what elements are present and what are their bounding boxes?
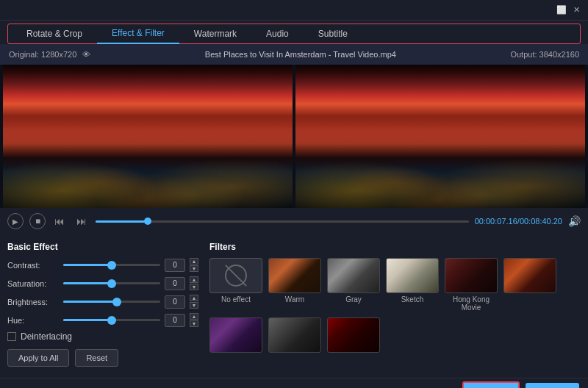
tab-audio[interactable]: Audio: [251, 24, 304, 43]
filter-sketch-thumbnail: [386, 258, 439, 293]
contrast-slider[interactable]: [63, 260, 160, 270]
brightness-slider[interactable]: [63, 297, 160, 307]
tab-subtitle[interactable]: Subtitle: [304, 24, 362, 43]
tab-effect-filter[interactable]: Effect & Filter: [97, 24, 179, 44]
filters-title: Filters: [209, 242, 581, 252]
contrast-row: Contrast: 0 ▲ ▼: [7, 258, 198, 272]
title-bar: ⬜ ✕: [0, 0, 588, 21]
hue-label: Hue:: [7, 316, 59, 325]
stop-button[interactable]: ⏹: [29, 213, 46, 229]
filter-no-effect-label: No effect: [221, 295, 251, 303]
info-bar: Original: 1280x720 👁 Best Places to Visi…: [0, 44, 588, 65]
saturation-spinner[interactable]: ▲ ▼: [190, 276, 198, 290]
effect-panel: Basic Effect Contrast: 0 ▲ ▼ Saturation:: [7, 242, 198, 370]
filter-row2d-thumbnail: [327, 317, 380, 353]
action-buttons: Apply to All Reset: [7, 349, 198, 367]
saturation-slider[interactable]: [63, 279, 160, 289]
deinterlacing-row: Deinterlacing: [7, 331, 198, 342]
reset-button[interactable]: Reset: [75, 349, 118, 367]
filter-gray-thumbnail: [327, 258, 380, 293]
saturation-label: Saturation:: [7, 279, 59, 288]
contrast-label: Contrast:: [7, 261, 59, 270]
original-resolution: Original: 1280x720: [9, 50, 76, 59]
prev-frame-button[interactable]: ⏮: [51, 214, 68, 229]
filter-hkm-thumbnail: [445, 258, 498, 293]
filters-panel: Filters No effect Warm Gray: [209, 242, 581, 370]
tab-rotate-crop[interactable]: Rotate & Crop: [12, 24, 97, 43]
filter-row2a-thumbnail: [503, 258, 556, 293]
main-content: Basic Effect Contrast: 0 ▲ ▼ Saturation:: [0, 234, 588, 378]
brightness-down[interactable]: ▼: [190, 302, 198, 309]
filters-grid: No effect Warm Gray Sketch Hong Kong Mov…: [209, 258, 581, 355]
filter-gray-label: Gray: [345, 295, 362, 303]
filter-row2b[interactable]: [209, 317, 262, 355]
no-effect-line-icon: [225, 265, 247, 287]
saturation-up[interactable]: ▲: [190, 276, 198, 283]
saturation-value[interactable]: 0: [165, 277, 185, 290]
preview-toggle-icon[interactable]: 👁: [82, 50, 90, 59]
tab-bar-outline: Rotate & Crop Effect & Filter Watermark …: [7, 24, 581, 44]
filter-row2b-thumbnail: [209, 317, 262, 353]
filter-warm-thumbnail: [268, 258, 321, 293]
basic-effect-title: Basic Effect: [7, 242, 198, 252]
hue-slider[interactable]: [63, 315, 160, 326]
output-resolution: Output: 3840x2160: [510, 50, 579, 59]
brightness-value[interactable]: 0: [165, 295, 185, 309]
deinterlacing-label: Deinterlacing: [21, 331, 72, 342]
ok-button[interactable]: OK: [462, 381, 520, 389]
volume-icon[interactable]: 🔊: [568, 215, 581, 227]
playback-bar: ▶ ⏹ ⏮ ⏭ 00:00:07.16/00:08:40.20 🔊: [0, 208, 588, 234]
tab-bar-container: Rotate & Crop Effect & Filter Watermark …: [0, 21, 588, 44]
apply-to-all-button[interactable]: Apply to All: [7, 349, 69, 367]
video-frame-preview: [295, 65, 585, 208]
filter-warm-label: Warm: [285, 295, 304, 303]
progress-thumb[interactable]: [144, 218, 151, 225]
minimize-button[interactable]: ⬜: [556, 4, 567, 16]
hue-value[interactable]: 0: [165, 314, 185, 327]
filter-row2d[interactable]: [327, 317, 380, 355]
bottom-bar: ▶ OK Cancel: [0, 378, 588, 388]
progress-fill: [96, 220, 148, 223]
video-frame-original: [3, 65, 293, 208]
video-preview-content: [295, 65, 585, 208]
filter-row2c[interactable]: [268, 317, 321, 355]
hue-spinner[interactable]: ▲ ▼: [190, 313, 198, 327]
saturation-row: Saturation: 0 ▲ ▼: [7, 276, 198, 290]
filter-no-effect[interactable]: No effect: [209, 258, 262, 312]
video-original-content: [3, 65, 293, 208]
contrast-value[interactable]: 0: [165, 259, 185, 272]
hue-up[interactable]: ▲: [190, 313, 198, 320]
no-effect-thumbnail: [209, 258, 262, 293]
filter-sketch[interactable]: Sketch: [386, 258, 439, 312]
saturation-down[interactable]: ▼: [190, 284, 198, 290]
filter-hkm-label: Hong Kong Movie: [445, 295, 498, 312]
brightness-spinner[interactable]: ▲ ▼: [190, 295, 198, 309]
filename-label: Best Places to Visit In Amsterdam - Trav…: [90, 50, 510, 59]
filter-hong-kong-movie[interactable]: Hong Kong Movie: [445, 258, 498, 312]
play-button[interactable]: ▶: [7, 213, 24, 229]
hue-down[interactable]: ▼: [190, 320, 198, 327]
filter-warm[interactable]: Warm: [268, 258, 321, 312]
filter-sketch-label: Sketch: [401, 295, 424, 303]
filter-gray[interactable]: Gray: [327, 258, 380, 312]
preview-area: [0, 65, 588, 208]
contrast-down[interactable]: ▼: [190, 265, 198, 272]
contrast-spinner[interactable]: ▲ ▼: [190, 258, 198, 272]
cancel-button[interactable]: Cancel: [526, 383, 579, 389]
next-frame-button[interactable]: ⏭: [74, 214, 90, 229]
hue-row: Hue: 0 ▲ ▼: [7, 313, 198, 327]
brightness-label: Brightness:: [7, 298, 59, 306]
tab-watermark[interactable]: Watermark: [179, 24, 251, 43]
filter-row2c-thumbnail: [268, 317, 321, 353]
deinterlacing-checkbox[interactable]: [7, 332, 16, 341]
brightness-up[interactable]: ▲: [190, 295, 198, 301]
filter-row2a[interactable]: [503, 258, 556, 312]
contrast-up[interactable]: ▲: [190, 258, 198, 265]
no-effect-circle-icon: [225, 265, 247, 287]
brightness-row: Brightness: 0 ▲ ▼: [7, 295, 198, 309]
progress-bar[interactable]: [96, 220, 469, 223]
time-display: 00:00:07.16/00:08:40.20: [475, 217, 562, 226]
close-button[interactable]: ✕: [570, 4, 582, 16]
